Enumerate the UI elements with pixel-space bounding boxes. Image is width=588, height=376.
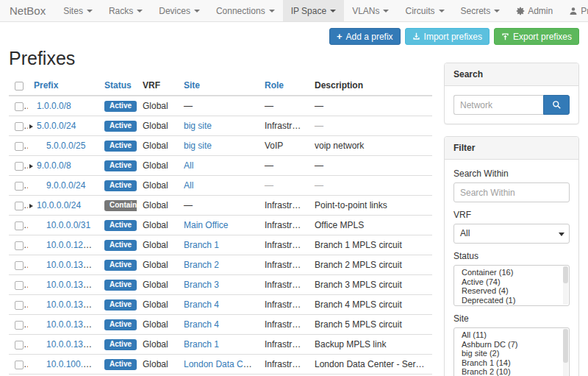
prefix-link[interactable]: 10.0.0.0/31 xyxy=(46,220,90,230)
role-cell: Infrastructure xyxy=(265,200,309,210)
column-header-status[interactable]: Status xyxy=(98,77,137,96)
table-row: 10.0.0.128/31ActiveGlobalBranch 1Infrast… xyxy=(9,235,432,255)
row-checkbox[interactable] xyxy=(15,321,24,330)
site-link[interactable]: London Data Center xyxy=(184,359,259,369)
role-cell: Infrastructure xyxy=(265,121,309,131)
scrollbar-thumb[interactable] xyxy=(563,266,568,283)
description-cell: Point-to-point links xyxy=(315,200,387,210)
status-badge: Active xyxy=(104,359,137,370)
expand-arrow-icon[interactable] xyxy=(29,200,37,210)
listbox-option[interactable]: Deprecated (1) xyxy=(454,296,569,305)
listbox-option[interactable]: big site (2) xyxy=(454,349,569,358)
column-header-site[interactable]: Site xyxy=(178,77,259,96)
prefix-link[interactable]: 9.0.0.0/8 xyxy=(37,160,71,171)
nav-item-secrets[interactable]: Secrets xyxy=(453,0,509,21)
row-checkbox[interactable] xyxy=(15,142,24,151)
prefix-link[interactable]: 10.0.0.0/24 xyxy=(37,200,81,210)
vrf-cell: Global xyxy=(137,235,178,255)
status-badge: Active xyxy=(104,240,137,251)
nav-item-devices[interactable]: Devices xyxy=(151,0,208,21)
prefix-link[interactable]: 10.0.100.0/24 xyxy=(46,359,98,369)
search-input[interactable] xyxy=(453,95,543,115)
site-link[interactable]: Branch 1 xyxy=(184,240,219,250)
nav-item-vlans[interactable]: VLANs xyxy=(344,0,397,21)
select-all-checkbox[interactable] xyxy=(15,82,24,91)
nav-item-label: IP Space xyxy=(291,0,326,22)
listbox-option[interactable]: Container (16) xyxy=(454,268,569,277)
site-link[interactable]: Branch 4 xyxy=(184,319,219,330)
scrollbar-thumb[interactable] xyxy=(563,329,568,363)
nav-item-admin[interactable]: Admin xyxy=(508,0,561,21)
row-checkbox[interactable] xyxy=(15,162,24,171)
site-link[interactable]: big site xyxy=(184,141,212,151)
prefix-link[interactable]: 10.0.0.138/31 xyxy=(46,339,98,350)
site-link[interactable]: Branch 3 xyxy=(184,280,219,290)
site-link[interactable]: Branch 2 xyxy=(184,260,219,270)
site-link[interactable]: All xyxy=(184,160,193,171)
row-checkbox[interactable] xyxy=(15,221,24,230)
row-checkbox[interactable] xyxy=(15,182,24,191)
nav-item-racks[interactable]: Racks xyxy=(101,0,151,21)
expand-arrow-icon[interactable] xyxy=(29,160,37,171)
filter-select-vrf[interactable]: All xyxy=(453,224,570,244)
column-header-prefix[interactable]: Prefix xyxy=(28,77,98,96)
role-cell: Infrastructure xyxy=(265,319,309,330)
site-link[interactable]: Main Office xyxy=(184,220,228,230)
role-cell: Infrastructure xyxy=(265,359,309,369)
row-checkbox[interactable] xyxy=(15,261,24,270)
scrollbar[interactable] xyxy=(563,266,568,305)
row-checkbox[interactable] xyxy=(15,301,24,310)
row-checkbox[interactable] xyxy=(15,241,24,250)
listbox-option[interactable]: All (11) xyxy=(454,330,569,340)
app-brand[interactable]: NetBox xyxy=(0,0,55,21)
prefix-table: Prefix Status VRF Site Role Description … xyxy=(9,77,432,376)
prefix-link[interactable]: 10.0.0.130/31 xyxy=(46,260,98,270)
prefix-link[interactable]: 10.0.0.134/31 xyxy=(46,299,98,310)
column-header-role[interactable]: Role xyxy=(259,77,309,96)
search-button[interactable] xyxy=(543,95,570,115)
scrollbar[interactable] xyxy=(563,329,568,376)
description-cell: — xyxy=(315,180,323,191)
nav-item-ip-space[interactable]: IP Space xyxy=(283,0,344,21)
row-checkbox[interactable] xyxy=(15,202,24,210)
chevron-down-icon xyxy=(269,10,275,13)
site-link[interactable]: All xyxy=(184,180,193,191)
prefix-link[interactable]: 10.0.0.136/31 xyxy=(46,319,98,330)
site-link[interactable]: Branch 4 xyxy=(184,299,219,310)
prefix-link[interactable]: 5.0.0.0/25 xyxy=(46,141,85,151)
top-navbar: NetBox SitesRacksDevicesConnectionsIP Sp… xyxy=(0,0,588,22)
row-checkbox[interactable] xyxy=(15,361,24,369)
listbox-option[interactable]: Branch 2 (10) xyxy=(454,367,569,376)
vrf-cell: Global xyxy=(137,96,178,116)
column-header-vrf: VRF xyxy=(137,77,178,96)
listbox-option[interactable]: Ashburn DC (7) xyxy=(454,340,569,350)
import-icon xyxy=(412,32,420,40)
nav-item-profile[interactable]: Profile xyxy=(561,0,588,21)
prefix-link[interactable]: 1.0.0.0/8 xyxy=(37,101,71,111)
site-link[interactable]: big site xyxy=(184,121,212,131)
prefix-link[interactable]: 10.0.0.128/31 xyxy=(46,240,98,250)
role-cell: — xyxy=(265,101,273,111)
add-prefix-button[interactable]: + Add a prefix xyxy=(329,28,401,45)
listbox-option[interactable]: Reserved (4) xyxy=(454,286,569,296)
listbox-option[interactable]: Branch 1 (14) xyxy=(454,358,569,368)
filter-listbox-site: All (11)Ashburn DC (7)big site (2)Branch… xyxy=(453,327,570,376)
prefix-link[interactable]: 10.0.0.132/31 xyxy=(46,280,98,290)
status-badge: Active xyxy=(104,160,137,171)
row-checkbox[interactable] xyxy=(15,341,24,350)
filter-input-search-within[interactable] xyxy=(453,182,570,202)
export-prefixes-button[interactable]: Export prefixes xyxy=(494,28,579,45)
site-link[interactable]: Branch 1 xyxy=(184,339,219,350)
row-checkbox[interactable] xyxy=(15,281,24,290)
nav-item-sites[interactable]: Sites xyxy=(55,0,101,21)
prefix-link[interactable]: 5.0.0.0/24 xyxy=(37,121,76,131)
row-checkbox[interactable] xyxy=(15,122,24,131)
chevron-down-icon xyxy=(137,10,143,13)
nav-item-circuits[interactable]: Circuits xyxy=(397,0,452,21)
nav-item-connections[interactable]: Connections xyxy=(208,0,283,21)
row-checkbox[interactable] xyxy=(15,102,24,111)
listbox-option[interactable]: Active (74) xyxy=(454,277,569,287)
prefix-link[interactable]: 9.0.0.0/24 xyxy=(46,180,85,191)
expand-arrow-icon[interactable] xyxy=(29,121,37,131)
import-prefixes-button[interactable]: Import prefixes xyxy=(405,28,490,45)
